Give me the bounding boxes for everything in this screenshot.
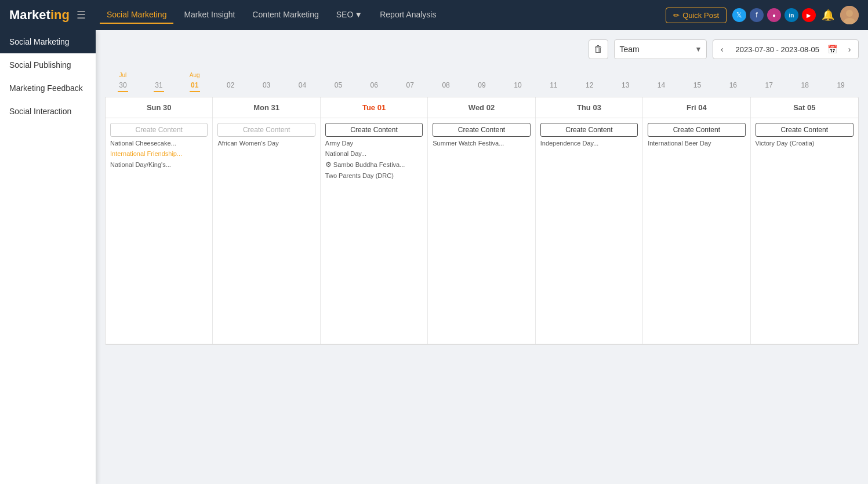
create-content-mon31[interactable]: Create Content [217,123,315,137]
event-wed02-1[interactable]: Summer Watch Festiva... [433,139,530,147]
ds-aug01[interactable]: Aug 01 [177,72,213,92]
main-nav: Social Marketing Market Insight Content … [100,6,666,24]
event-sun30-2[interactable]: International Friendship... [110,150,208,158]
cal-header-wed02: Wed 02 [428,97,535,118]
calendar-grid: Sun 30 Mon 31 Tue 01 Wed 02 Thu 03 Fri 0… [105,97,859,345]
ds-15[interactable]: 15 [680,78,716,92]
create-content-tue01[interactable]: Create Content [325,123,423,137]
next-date-button[interactable]: › [841,39,858,59]
cal-header-sun30: Sun 30 [106,97,213,118]
bell-icon[interactable]: 🔔 [822,9,834,21]
ds-08[interactable]: 08 [428,78,464,92]
edit-icon: ✏ [673,11,680,20]
cal-header-tue01: Tue 01 [321,97,428,118]
content-area: 🗑 Team ▼ ‹ 2023-07-30 - 2023-08-05 📅 › J… [96,30,868,484]
nav-seo[interactable]: SEO ▼ [329,6,369,24]
event-tue01-2[interactable]: National Day... [325,150,423,158]
event-tue01-4[interactable]: Two Parents Day (DRC) [325,172,423,180]
create-content-fri04[interactable]: Create Content [648,123,745,137]
cal-header-thu03: Thu 03 [536,97,643,118]
nav-content-marketing[interactable]: Content Marketing [245,6,325,24]
ds-07[interactable]: 07 [392,78,428,92]
ds-jul30[interactable]: Jul 30 [105,72,141,92]
event-tue01-1[interactable]: Army Day [325,139,423,147]
event-sun30-1[interactable]: National Cheesecake... [110,139,208,147]
nav-market-insight[interactable]: Market Insight [177,6,242,24]
hamburger-icon[interactable]: ☰ [77,9,86,21]
event-sun30-3[interactable]: National Day/King's... [110,161,208,169]
ds-16[interactable]: 16 [715,78,751,92]
ds-12[interactable]: 12 [572,78,608,92]
calendar-body-row: Create Content National Cheesecake... In… [106,118,858,344]
ds-10[interactable]: 10 [500,78,536,92]
sidebar-item-marketing-feedback[interactable]: Marketing Feedback [0,77,96,100]
header-right: ✏ Quick Post 𝕏 f ● in ▶ 🔔 [666,6,859,24]
seo-chevron-icon: ▼ [354,10,362,19]
cal-cell-sat05: Create Content Victory Day (Croatia) [751,118,858,344]
cal-header-mon31: Mon 31 [213,97,320,118]
prev-date-button[interactable]: ‹ [713,39,731,59]
cal-cell-tue01: Create Content Army Day National Day... … [321,118,428,344]
ds-14[interactable]: 14 [644,78,680,92]
event-tue01-3[interactable]: ⚙ Sambo Buddha Festiva... [325,161,423,170]
cal-cell-fri04: Create Content International Beer Day [643,118,750,344]
ds-06[interactable]: 06 [356,78,392,92]
twitter-icon[interactable]: 𝕏 [732,8,746,22]
event-mon31-1[interactable]: African Women's Day [217,139,315,147]
social-icons-group: 𝕏 f ● in ▶ [732,8,816,22]
cal-cell-thu03: Create Content Independence Day... [536,118,643,344]
create-content-thu03[interactable]: Create Content [540,123,638,137]
create-content-wed02[interactable]: Create Content [433,123,530,137]
team-chevron-icon: ▼ [691,45,707,53]
date-range-text: 2023-07-30 - 2023-08-05 [731,45,824,54]
logo-text: Marketing [9,8,70,23]
avatar[interactable] [840,6,859,24]
svg-point-1 [846,10,853,17]
sidebar-item-social-publishing[interactable]: Social Publishing [0,53,96,77]
ds-03[interactable]: 03 [249,78,285,92]
team-select-wrap: Team ▼ [614,39,707,59]
create-content-sun30[interactable]: Create Content [110,123,208,137]
event-sat05-1[interactable]: Victory Day (Croatia) [756,139,854,147]
facebook-icon[interactable]: f [750,8,764,22]
quick-post-label: Quick Post [682,11,719,20]
cal-cell-sun30: Create Content National Cheesecake... In… [106,118,213,344]
nav-report-analysis[interactable]: Report Analysis [373,6,443,24]
linkedin-icon[interactable]: in [785,8,798,22]
cal-header-sat05: Sat 05 [751,97,858,118]
ds-04[interactable]: 04 [285,78,321,92]
ds-02[interactable]: 02 [213,78,249,92]
sidebar-dropdown: Social Marketing Social Publishing Marke… [0,30,96,484]
instagram-icon[interactable]: ● [767,8,781,22]
team-select[interactable]: Team [615,45,690,54]
logo: Marketing ☰ [9,8,86,23]
create-content-sat05[interactable]: Create Content [756,123,854,137]
ds-09[interactable]: 09 [464,78,500,92]
sidebar-item-social-marketing[interactable]: Social Marketing [0,30,96,53]
ds-13[interactable]: 13 [608,78,644,92]
ds-11[interactable]: 11 [536,78,572,92]
event-thu03-1[interactable]: Independence Day... [540,139,638,147]
nav-social-marketing[interactable]: Social Marketing [100,6,174,24]
delete-button[interactable]: 🗑 [589,39,608,59]
event-fri04-1[interactable]: International Beer Day [648,139,745,147]
header: Marketing ☰ Social Marketing Market Insi… [0,0,868,30]
toolbar: 🗑 Team ▼ ‹ 2023-07-30 - 2023-08-05 📅 › [105,39,859,59]
cal-cell-wed02: Create Content Summer Watch Festiva... [428,118,535,344]
cal-header-fri04: Fri 04 [643,97,750,118]
date-range-selector: ‹ 2023-07-30 - 2023-08-05 📅 › [713,39,859,59]
ds-19[interactable]: 19 [823,78,859,92]
event-icon: ⚙ [325,161,332,170]
ds-17[interactable]: 17 [751,78,787,92]
date-strip: Jul 30 31 Aug 01 02 03 [105,67,859,94]
main-layout: Social Marketing Social Publishing Marke… [0,30,868,484]
calendar-header-row: Sun 30 Mon 31 Tue 01 Wed 02 Thu 03 Fri 0… [106,97,858,118]
cal-cell-mon31: Create Content African Women's Day [213,118,320,344]
ds-05[interactable]: 05 [320,78,356,92]
youtube-icon[interactable]: ▶ [802,8,816,22]
ds-31[interactable]: 31 [141,78,177,92]
sidebar-item-social-interaction[interactable]: Social Interaction [0,100,96,123]
ds-18[interactable]: 18 [787,78,823,92]
quick-post-button[interactable]: ✏ Quick Post [666,8,727,23]
calendar-icon[interactable]: 📅 [824,45,841,54]
